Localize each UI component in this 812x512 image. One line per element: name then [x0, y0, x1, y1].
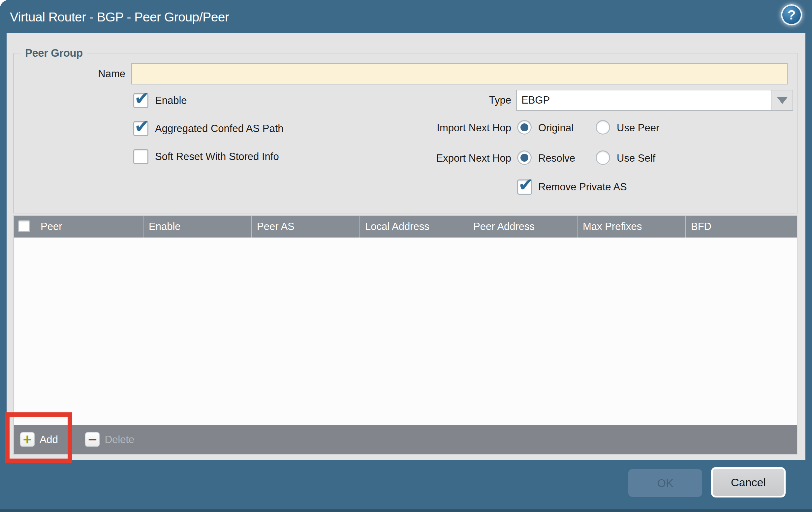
peer-table: Peer Enable Peer AS Local Address Peer A…: [13, 215, 798, 455]
import-next-hop-use-peer-radio[interactable]: [596, 120, 610, 135]
select-all-checkbox[interactable]: [18, 220, 30, 232]
peer-group-legend: Peer Group: [21, 47, 87, 59]
chevron-down-icon[interactable]: [772, 90, 792, 110]
type-label: Type: [429, 90, 511, 111]
peer-table-toolbar: + Add − Delete: [14, 425, 797, 454]
column-header-peer-as: Peer AS: [251, 216, 359, 237]
remove-private-as-checkbox[interactable]: [517, 179, 532, 195]
toolbar-divider: [69, 432, 69, 447]
add-button[interactable]: + Add: [20, 432, 58, 447]
import-next-hop-label: Import Next Hop: [386, 119, 511, 137]
select-all-cell: [14, 216, 35, 237]
column-header-local-address: Local Address: [359, 216, 468, 237]
cancel-button[interactable]: Cancel: [711, 467, 786, 497]
column-header-enable: Enable: [143, 216, 251, 237]
peer-table-header: Peer Enable Peer AS Local Address Peer A…: [14, 216, 797, 237]
dialog-title: Virtual Router - BGP - Peer Group/Peer: [10, 0, 229, 33]
aggregated-confed-as-path-checkbox[interactable]: [133, 121, 148, 136]
column-header-max-prefixes: Max Prefixes: [577, 216, 685, 237]
minus-icon: −: [85, 432, 100, 447]
dialog-titlebar: Virtual Router - BGP - Peer Group/Peer ?: [0, 0, 812, 33]
remove-private-as-label: Remove Private AS: [538, 179, 627, 195]
import-next-hop-original-label: Original: [538, 119, 574, 137]
column-header-bfd: BFD: [685, 216, 797, 237]
export-next-hop-label: Export Next Hop: [386, 150, 511, 167]
aggregated-confed-as-path-label: Aggregated Confed AS Path: [155, 120, 284, 137]
soft-reset-label: Soft Reset With Stored Info: [155, 148, 279, 165]
name-input[interactable]: [131, 63, 788, 84]
plus-icon: +: [20, 432, 35, 447]
export-next-hop-resolve-label: Resolve: [538, 150, 575, 167]
import-next-hop-original-radio[interactable]: [517, 120, 532, 135]
export-next-hop-use-self-label: Use Self: [617, 150, 655, 167]
export-next-hop-use-self-radio[interactable]: [596, 150, 610, 165]
peer-table-body-empty: [14, 237, 797, 425]
enable-label: Enable: [155, 92, 187, 109]
type-dropdown[interactable]: EBGP: [516, 90, 793, 111]
soft-reset-checkbox[interactable]: [133, 149, 148, 164]
enable-checkbox[interactable]: [133, 93, 148, 108]
help-icon[interactable]: ?: [781, 4, 802, 25]
delete-button[interactable]: − Delete: [85, 432, 134, 447]
type-dropdown-value: EBGP: [517, 90, 772, 110]
column-header-peer: Peer: [35, 216, 143, 237]
dialog-body-panel: Peer Group Name Enable Aggregated Confed…: [7, 33, 805, 460]
add-button-label: Add: [39, 433, 58, 446]
name-label: Name: [33, 63, 125, 84]
export-next-hop-resolve-radio[interactable]: [517, 150, 532, 165]
bottom-edge-strip: [0, 509, 812, 512]
ok-button[interactable]: OK: [628, 469, 702, 497]
import-next-hop-use-peer-label: Use Peer: [617, 119, 659, 137]
delete-button-label: Delete: [105, 433, 134, 446]
column-header-peer-address: Peer Address: [468, 216, 577, 237]
